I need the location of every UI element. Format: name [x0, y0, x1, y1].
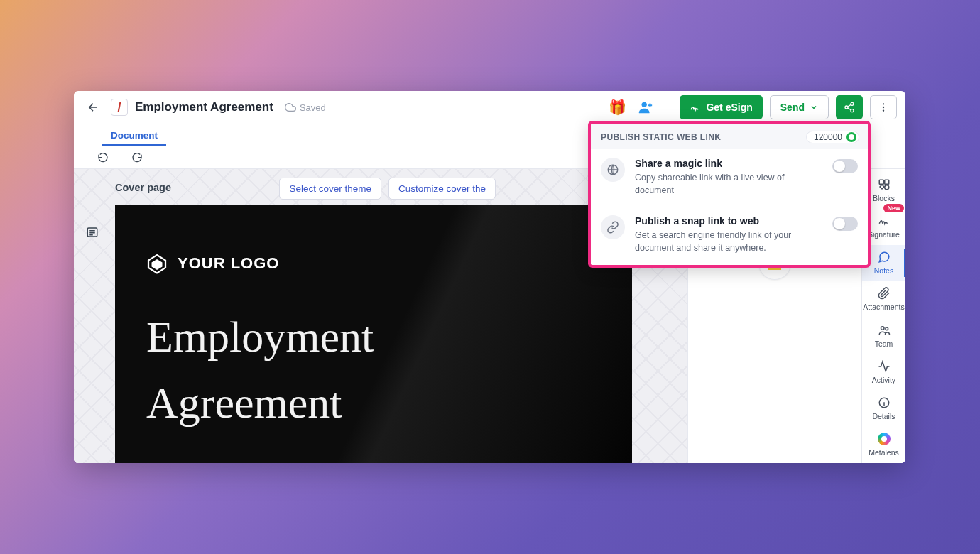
- magic-link-row: Share a magic link Copy shareable link w…: [591, 149, 868, 207]
- svg-point-5: [883, 107, 884, 108]
- rail-label-team: Team: [875, 340, 893, 348]
- signature-rail-icon: [878, 214, 891, 227]
- outline-toggle-button[interactable]: [82, 222, 103, 243]
- saved-label: Saved: [300, 102, 326, 113]
- link-icon: [601, 215, 625, 239]
- more-button[interactable]: [870, 95, 897, 119]
- tab-document[interactable]: Document: [105, 126, 163, 145]
- send-label: Send: [780, 102, 805, 113]
- doc-type-icon: /: [111, 99, 128, 116]
- svg-rect-10: [879, 180, 883, 184]
- back-button[interactable]: [82, 97, 104, 118]
- rail-item-details[interactable]: Details: [862, 391, 905, 427]
- arrow-left-icon: [87, 101, 99, 114]
- snap-link-toggle[interactable]: [832, 217, 858, 231]
- publish-popover: PUBLISH STATIC WEB LINK 120000 Share a m…: [588, 121, 871, 268]
- signature-icon: [690, 102, 701, 113]
- svg-marker-9: [152, 259, 163, 270]
- list-icon: [86, 226, 99, 239]
- svg-point-4: [883, 103, 884, 104]
- snap-link-desc: Get a search engine friendly link of you…: [635, 229, 822, 254]
- svg-point-13: [881, 326, 884, 330]
- svg-rect-11: [884, 180, 888, 184]
- document-cover-page[interactable]: YOUR LOGO Employment Agreement: [115, 205, 632, 463]
- cover-actions: Select cover theme Customize cover the: [279, 178, 496, 200]
- rail-label-blocks: Blocks: [873, 194, 895, 202]
- share-button[interactable]: [836, 95, 863, 119]
- rail-item-activity[interactable]: Activity: [862, 354, 905, 390]
- rail-label-activity: Activity: [872, 376, 895, 384]
- svg-point-1: [851, 102, 854, 105]
- saved-indicator: Saved: [285, 102, 326, 113]
- magic-link-desc: Copy shareable link with a live view of …: [635, 171, 822, 197]
- rail-label-notes: Notes: [874, 266, 893, 275]
- blocks-icon: [878, 178, 891, 191]
- get-esign-button[interactable]: Get eSign: [680, 95, 762, 119]
- cover-headline: Employment Agreement: [146, 304, 501, 436]
- redo-button[interactable]: [126, 146, 148, 168]
- svg-point-12: [884, 185, 888, 189]
- undo-icon: [97, 151, 109, 163]
- person-plus-icon: [638, 99, 653, 115]
- rail-label-signature: Signature: [868, 230, 900, 239]
- left-rail: [78, 222, 107, 243]
- svg-point-6: [883, 109, 884, 111]
- get-esign-label: Get eSign: [706, 102, 752, 113]
- rail-label-metalens: Metalens: [869, 448, 899, 457]
- chevron-down-icon: [810, 103, 818, 112]
- svg-point-2: [845, 106, 848, 109]
- share-icon: [844, 102, 855, 113]
- topbar: / Employment Agreement Saved 🎁 Get eSign…: [74, 91, 905, 124]
- document-title[interactable]: Employment Agreement: [135, 100, 273, 114]
- publish-popover-header: PUBLISH STATIC WEB LINK 120000: [591, 124, 868, 149]
- send-button[interactable]: Send: [770, 95, 829, 119]
- topbar-divider: [668, 97, 668, 117]
- svg-point-14: [885, 327, 888, 330]
- new-badge: New: [883, 204, 904, 212]
- status-dot-icon: [846, 132, 856, 142]
- cloud-icon: [285, 102, 296, 113]
- paperclip-icon: [878, 287, 891, 300]
- svg-point-3: [851, 109, 854, 112]
- magic-link-toggle[interactable]: [832, 159, 858, 173]
- info-icon: [878, 396, 891, 409]
- globe-icon: [601, 158, 625, 182]
- metalens-icon: [878, 433, 891, 445]
- rail-label-details: Details: [872, 412, 895, 420]
- dots-vertical-icon: [878, 102, 889, 113]
- cover-logo-text: YOUR LOGO: [178, 254, 279, 273]
- redo-icon: [131, 151, 143, 163]
- cover-logo: YOUR LOGO: [146, 253, 279, 274]
- svg-point-0: [642, 102, 647, 107]
- rail-label-attachments: Attachments: [863, 303, 904, 311]
- publish-counter[interactable]: 120000: [806, 131, 859, 143]
- customize-cover-button[interactable]: Customize cover the: [388, 178, 496, 200]
- publish-counter-value: 120000: [814, 132, 842, 142]
- rail-item-metalens[interactable]: Metalens: [862, 427, 905, 463]
- chat-icon: [878, 251, 891, 264]
- select-cover-theme-button[interactable]: Select cover theme: [279, 178, 381, 200]
- logo-mark-icon: [146, 253, 168, 274]
- gift-button[interactable]: 🎁: [606, 97, 628, 118]
- rail-item-team[interactable]: Team: [862, 317, 905, 354]
- magic-link-title: Share a magic link: [635, 158, 822, 169]
- publish-popover-title: PUBLISH STATIC WEB LINK: [601, 132, 721, 142]
- team-icon: [878, 324, 891, 337]
- activity-icon: [878, 360, 891, 373]
- rail-item-attachments[interactable]: Attachments: [862, 281, 905, 317]
- snap-link-title: Publish a snap link to web: [635, 215, 822, 227]
- undo-button[interactable]: [92, 146, 114, 168]
- snap-link-row: Publish a snap link to web Get a search …: [591, 207, 868, 264]
- add-person-button[interactable]: [635, 97, 656, 118]
- cover-page-label: Cover page: [115, 182, 171, 193]
